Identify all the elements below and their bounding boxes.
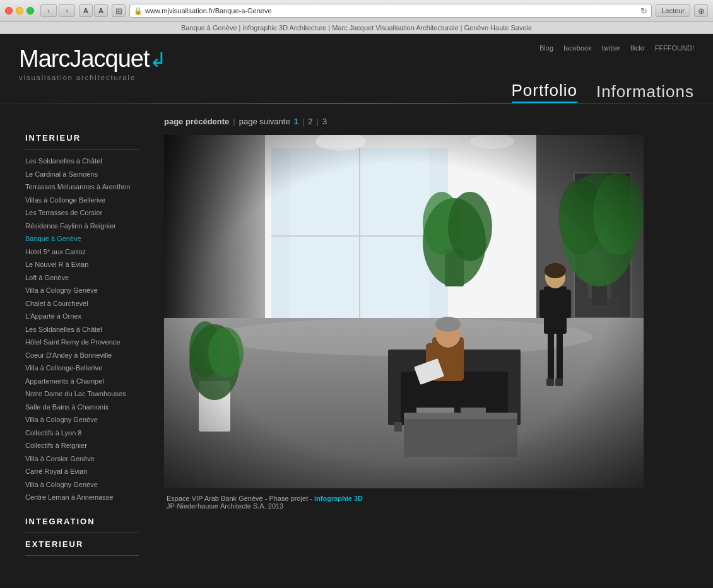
sidebar-category-exterieur: EXTERIEUR (25, 539, 139, 549)
sidebar-item-soldanelles-chatel-2[interactable]: Les Soldanelles à Châtel (25, 323, 139, 336)
sidebar-item-villa-collonge-bellerive[interactable]: Villa à Collonge-Bellerive (25, 362, 139, 375)
nav-portfolio[interactable]: Portfolio (512, 81, 577, 103)
nav-arrows: ‹ › (40, 4, 75, 17)
site-header: MarcJacquet↲ visualisation architectural… (0, 34, 713, 103)
sidebar-item-hotel-saint-remy[interactable]: Hôtel Saint Remy de Provence (25, 336, 139, 349)
sidebar-item-loft-geneve[interactable]: Loft à Genève (25, 271, 139, 285)
sidebar-item-villa-corsier[interactable]: Villa à Corsier Genève (25, 452, 139, 466)
forward-button[interactable]: › (59, 4, 75, 17)
sidebar-item-notre-dame[interactable]: Notre Dame du Lac Townhouses (25, 387, 139, 401)
sidebar-item-villa-cologny-1[interactable]: Villa à Cologny Genève (25, 284, 139, 297)
top-links: Blog facebook twitter flickr FFFFOUND! (539, 38, 694, 56)
sidebar: INTERIEUR Les Soldanelles à Châtel Le Ca… (0, 117, 151, 573)
content-area: page précédente | page suivante 1 | 2 | … (151, 117, 713, 573)
logo-subtitle: visualisation architecturale (19, 74, 166, 81)
bookmark-button[interactable]: ⊕ (694, 4, 708, 17)
logo[interactable]: MarcJacquet↲ (19, 45, 166, 73)
sidebar-item-centre-leman[interactable]: Centre Leman à Annemasse (25, 491, 139, 504)
sidebar-item-banque-geneve[interactable]: Banque à Genève (25, 232, 139, 245)
top-link-facebook[interactable]: facebook (563, 44, 592, 52)
reload-button[interactable]: ↻ (640, 6, 647, 16)
architecture-image (164, 135, 644, 488)
font-small-button[interactable]: A (79, 4, 93, 17)
sidebar-item-coeur-andey[interactable]: Coeur D'Andey à Bonneville (25, 349, 139, 362)
sidebar-divider-integration (25, 532, 139, 533)
sidebar-item-residence-faylinn[interactable]: Résidence Faylinn à Reignier (25, 220, 139, 233)
svg-rect-51 (164, 135, 644, 488)
reader-button[interactable]: Lecteur (656, 4, 690, 17)
nav-informations[interactable]: Informations (596, 82, 694, 102)
browser-chrome: ‹ › A A ⊞ 🔒 www.mjvisualisation.fr/Banqu… (0, 0, 713, 22)
logo-jacquet: Jacquet (69, 45, 149, 72)
sidebar-item-chalet-courchevel[interactable]: Chalet à Courchevel (25, 297, 139, 310)
url-icon: 🔒 (134, 7, 143, 15)
sidebar-item-salle-bains[interactable]: Salle de Bains à Chamonix (25, 401, 139, 414)
pagination-next-label: page suivante (239, 117, 290, 126)
maximize-button[interactable] (27, 7, 34, 15)
nav-area: Blog facebook twitter flickr FFFFOUND! P… (512, 34, 694, 103)
sidebar-item-terrasses-melusannes[interactable]: Terrasses Melusannes à Arenthon (25, 180, 139, 194)
pagination-separator: | (233, 117, 235, 126)
top-link-blog[interactable]: Blog (539, 44, 553, 52)
sidebar-divider-interieur (25, 149, 139, 150)
top-link-twitter[interactable]: twitter (602, 44, 620, 52)
sidebar-item-appartements-champel[interactable]: Appartements à Champel (25, 375, 139, 388)
caption-line1-pre: Espace VIP Arab Bank Genève - Phase proj… (167, 495, 314, 502)
logo-arrow-icon: ↲ (150, 49, 166, 71)
sidebar-item-villas-collonge[interactable]: Villas à Collonge Bellerive (25, 194, 139, 207)
share-button[interactable]: ⊞ (112, 4, 126, 17)
font-large-button[interactable]: A (94, 4, 108, 17)
pagination: page précédente | page suivante 1 | 2 | … (164, 117, 694, 126)
page-3-link[interactable]: 3 (322, 117, 327, 126)
sidebar-divider-exterieur (25, 555, 139, 556)
sidebar-item-carre-royal[interactable]: Carré Royal à Evian (25, 465, 139, 478)
logo-area: MarcJacquet↲ visualisation architectural… (19, 34, 166, 89)
sidebar-item-terrasses-corsier[interactable]: Les Terrasses de Corsier (25, 206, 139, 220)
sidebar-category-integration: INTEGRATION (25, 517, 139, 526)
sidebar-item-apparte-ornex[interactable]: L'Apparté à Ornex (25, 310, 139, 323)
sidebar-item-nouvel-r-evian[interactable]: Le Nouvel R à Evian (25, 258, 139, 271)
sidebar-item-collectifs-reignier[interactable]: Collectifs à Reignier (25, 439, 139, 452)
sidebar-item-collectifs-lyon[interactable]: Collectifs à Lyon 8 (25, 426, 139, 440)
caption-line2: JP-Niederhauser Architecte S.A. 2013 (167, 502, 283, 510)
close-button[interactable] (5, 7, 13, 15)
prev-page-link[interactable]: page précédente (164, 117, 229, 126)
page-sep-2: | (317, 117, 319, 126)
sidebar-category-interieur: INTERIEUR (25, 133, 139, 143)
page-1-link[interactable]: 1 (294, 117, 298, 126)
main-image (164, 135, 644, 488)
sidebar-item-cardinal[interactable]: Le Cardinal à Samoëns (25, 168, 139, 181)
page-sep-1: | (302, 117, 304, 126)
sidebar-item-hotel-carroz[interactable]: Hotel 5* aux Carroz (25, 245, 139, 259)
sidebar-item-villa-cologny-3[interactable]: Villa à Cologny Genève (25, 478, 139, 491)
main-nav: Portfolio Informations (512, 56, 694, 103)
minimize-button[interactable] (16, 7, 23, 15)
url-text: www.mjvisualisation.fr/Banque-a-Geneve (145, 7, 640, 15)
browser-title: Banque à Genève | infographie 3D Archite… (0, 22, 713, 34)
font-buttons: A A (79, 4, 108, 17)
sidebar-item-soldanelles-chatel-1[interactable]: Les Soldanelles à Châtel (25, 155, 139, 168)
page-2-link[interactable]: 2 (308, 117, 312, 126)
back-button[interactable]: ‹ (40, 4, 57, 17)
logo-marc: Marc (19, 45, 69, 72)
sidebar-item-villa-cologny-2[interactable]: Villa à Cologny Genève (25, 413, 139, 426)
top-link-flickr[interactable]: flickr (630, 44, 645, 52)
image-caption: Espace VIP Arab Bank Genève - Phase proj… (164, 488, 694, 512)
top-link-ffffound[interactable]: FFFFOUND! (655, 44, 694, 52)
caption-line1-bold: infographie 3D (314, 495, 363, 502)
traffic-lights (5, 7, 34, 15)
url-bar[interactable]: 🔒 www.mjvisualisation.fr/Banque-a-Geneve… (129, 4, 652, 18)
main-layout: INTERIEUR Les Soldanelles à Châtel Le Ca… (0, 104, 713, 586)
